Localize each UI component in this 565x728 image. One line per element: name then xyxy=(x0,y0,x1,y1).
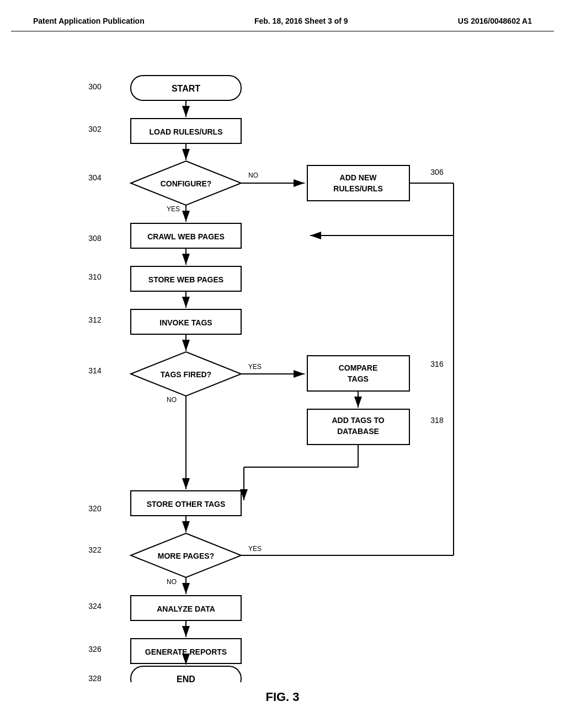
node-300-text: START xyxy=(172,84,200,93)
node-320-text: STORE OTHER TAGS xyxy=(147,500,226,508)
node-310-text: STORE WEB PAGES xyxy=(148,275,223,284)
label-320: 320 xyxy=(88,504,102,513)
node-304-text: CONFIGURE? xyxy=(161,179,212,188)
label-314: 314 xyxy=(88,366,102,375)
label-328: 328 xyxy=(88,674,102,682)
node-318-text-2: DATABASE xyxy=(337,427,379,436)
label-302: 302 xyxy=(88,125,102,133)
label-310: 310 xyxy=(88,272,102,281)
label-yes-314: YES xyxy=(248,363,262,371)
label-308: 308 xyxy=(88,234,102,243)
label-322: 322 xyxy=(88,545,102,554)
label-326: 326 xyxy=(88,645,102,654)
node-306-shape xyxy=(307,165,409,201)
node-326-text: GENERATE REPORTS xyxy=(145,647,227,656)
label-no-322: NO xyxy=(167,578,177,586)
node-324-text: ANALYZE DATA xyxy=(157,604,215,613)
figure-label: FIG. 3 xyxy=(11,690,554,704)
node-316-shape xyxy=(307,356,409,391)
node-322-text: MORE PAGES? xyxy=(158,552,214,560)
header-center: Feb. 18, 2016 Sheet 3 of 9 xyxy=(254,17,348,25)
node-306-text-2: RULES/URLS xyxy=(333,184,382,193)
node-306-text-1: ADD NEW xyxy=(340,173,377,182)
label-304: 304 xyxy=(88,173,102,182)
label-312: 312 xyxy=(88,315,102,324)
page: Patent Application Publication Feb. 18, … xyxy=(0,0,565,728)
node-316-text-2: TAGS xyxy=(348,374,369,383)
flowchart-svg: 300 START 302 LOAD RULES/URLS 304 CONFIG… xyxy=(34,48,531,682)
flowchart: 300 START 302 LOAD RULES/URLS 304 CONFIG… xyxy=(34,48,531,684)
node-316-text-1: COMPARE xyxy=(339,363,378,372)
node-302-text: LOAD RULES/URLS xyxy=(150,127,223,136)
label-318: 318 xyxy=(430,416,444,425)
label-324: 324 xyxy=(88,602,102,611)
label-no-304: NO xyxy=(248,172,258,179)
label-yes-322: YES xyxy=(248,545,262,553)
node-318-text-1: ADD TAGS TO xyxy=(332,416,384,425)
label-300: 300 xyxy=(88,82,102,91)
header-left: Patent Application Publication xyxy=(33,17,145,25)
label-306: 306 xyxy=(430,168,444,176)
node-314-text: TAGS FIRED? xyxy=(161,370,211,379)
page-header: Patent Application Publication Feb. 18, … xyxy=(11,11,554,31)
label-316: 316 xyxy=(430,360,444,368)
label-no-314: NO xyxy=(167,396,177,404)
node-308-text: CRAWL WEB PAGES xyxy=(147,232,225,241)
node-312-text: INVOKE TAGS xyxy=(159,318,212,327)
label-yes-304: YES xyxy=(167,205,180,213)
header-right: US 2016/0048602 A1 xyxy=(458,17,532,25)
node-328-text: END xyxy=(177,675,195,682)
